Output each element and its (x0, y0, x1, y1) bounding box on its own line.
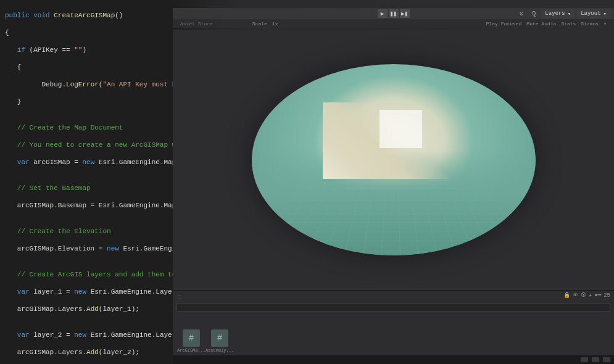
assembly-icon: # (211, 329, 228, 347)
map-buildings (323, 102, 465, 179)
asset-item-assembly[interactable]: # Assembly... (209, 329, 231, 353)
layout-dropdown[interactable]: Layout ▾ (577, 9, 610, 19)
scale-value: 1x (272, 21, 278, 27)
csharp-script-icon: # (183, 329, 200, 347)
status-indicator (581, 357, 588, 362)
project-search[interactable] (176, 303, 610, 312)
mute-audio-toggle[interactable]: Mute Audio (526, 21, 556, 27)
status-bar (173, 355, 614, 364)
project-panel: ⬚ 🔒 👁 ⦿ ★ ●━ 25 # ArcGISMa... # Assembly… (173, 290, 614, 364)
chevron-down-icon: ▾ (604, 10, 607, 17)
lock-icon[interactable]: 🔒 (563, 292, 570, 299)
play-button[interactable]: ▶ (378, 9, 388, 18)
scale-label: Scale (252, 21, 267, 27)
step-button[interactable]: ▶❚ (400, 9, 410, 18)
count-label: 25 (604, 292, 610, 299)
arcgis-map-3d[interactable] (252, 64, 536, 255)
search-icon-2[interactable]: Q (529, 9, 539, 19)
visibility-icon[interactable]: 👁 (573, 292, 578, 299)
star-icon[interactable]: ★ (589, 292, 592, 299)
asset-store-tab[interactable]: Asset Store (180, 21, 213, 27)
asset-label: Assembly... (205, 348, 234, 353)
pause-button[interactable]: ❚❚ (389, 9, 399, 18)
chevron-down-icon: ▾ (568, 10, 571, 17)
view-controls: ⊙ Q Layers ▾ Layout ▾ (517, 8, 610, 19)
unity-scene-view: ▶ ❚❚ ▶❚ ⊙ Q Layers ▾ Layout ▾ Asset Stor… (173, 0, 614, 290)
asset-item-arcgis[interactable]: # ArcGISMa... (180, 329, 202, 353)
status-indicator (592, 357, 599, 362)
stats-toggle[interactable]: Stats (561, 21, 576, 27)
project-tab[interactable]: ⬚ (178, 293, 181, 300)
search-icon[interactable]: ⊙ (517, 9, 526, 19)
layers-label: Layers (545, 10, 565, 17)
chevron-down-icon: ▾ (604, 21, 607, 27)
slider-icon[interactable]: ●━ (594, 292, 601, 299)
scene-sub-toolbar: Asset Store Scale 1x Play Focused Mute A… (173, 19, 614, 28)
gizmos-toggle[interactable]: Gizmos (581, 21, 599, 27)
status-indicator (603, 357, 610, 362)
layers-dropdown[interactable]: Layers ▾ (541, 9, 575, 19)
layout-label: Layout (581, 10, 600, 17)
scene-viewport[interactable] (173, 30, 614, 290)
filter-icon[interactable]: ⦿ (581, 292, 586, 299)
play-focused[interactable]: Play Focused (486, 21, 522, 27)
asset-label: ArcGISMa... (177, 348, 205, 353)
